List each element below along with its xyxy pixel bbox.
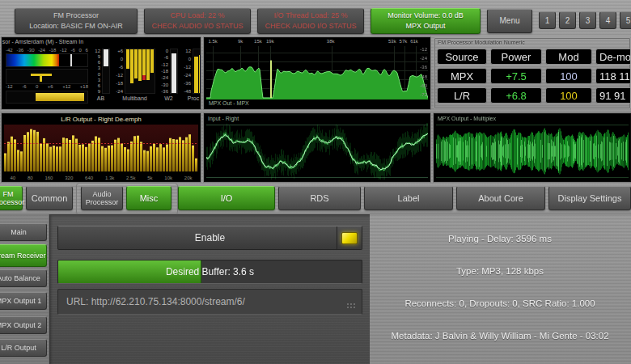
preset-button-4[interactable]: 4: [599, 11, 616, 29]
modulation-table: SourcePowerModDe-modMPX+7.5100118 118L/R…: [437, 49, 631, 104]
tab-io[interactable]: I/O: [178, 186, 275, 210]
stereo-balance-meter: [6, 69, 88, 84]
stream-url-value: URL: http://62.210.75.134:8000/stream/6/: [66, 296, 245, 307]
enable-button[interactable]: Enable: [57, 226, 362, 250]
tab-common[interactable]: Common: [26, 186, 73, 210]
input-spectrum-scale: -42-36-30-24-18-12-606: [6, 48, 88, 53]
sidebar-item-main[interactable]: Main: [0, 223, 47, 241]
processor-info-box[interactable]: FM Processor Location: BASIC FM ON-AIR: [15, 8, 138, 34]
tab-audio-processor[interactable]: Audio Processor: [81, 186, 123, 210]
mpx-scope-panel: MPX Output - Multiplex: [434, 113, 631, 182]
tab-about-core[interactable]: About Core: [456, 186, 545, 210]
modulation-numeric-panel: FM Processor Modulation Numeric SourcePo…: [434, 37, 631, 109]
meter-proc: 120-12-24-36-48Proc: [182, 49, 201, 101]
meter-multiband: +60-6-12-18-24Multiband: [114, 49, 155, 101]
enable-label: Enable: [195, 232, 225, 243]
status-line-4: Metadata: J Balvin & Willy William - Mi …: [371, 331, 629, 341]
cpu-load-value: CPU Load: 22 %: [145, 11, 250, 21]
status-line-3: Reconnects: 0, Dropouts: 0, SRC Ratio: 1…: [371, 298, 629, 308]
tab-fm-processor[interactable]: FM Processor: [0, 186, 23, 210]
status-line-1: Playing - Delay: 3596 ms: [371, 234, 629, 243]
sidebar-item-stream-receiver[interactable]: Stream Receiver: [0, 244, 47, 267]
preset-button-3[interactable]: 3: [579, 11, 596, 29]
meter-w2: 0-6-12-18-24-30-36W2: [159, 49, 178, 101]
input-scope-label: Input - Right: [208, 116, 239, 121]
enable-led-indicator: [341, 232, 358, 244]
lr-spectrum-canvas: [4, 125, 198, 171]
preset-buttons: 12345: [539, 11, 631, 29]
tab-misc[interactable]: Misc: [126, 186, 172, 210]
menu-button[interactable]: Menu: [487, 9, 532, 33]
input-scope-panel: Input - Right: [204, 113, 430, 182]
buffer-label: Desired Buffer: 3.6 s: [58, 260, 362, 283]
monitor-output-source: MPX Output: [371, 21, 480, 32]
lr-spectrum-title: L/R Output - Right De-emph: [2, 116, 200, 123]
sidebar-item-auto-balance[interactable]: Auto Balance: [0, 269, 47, 287]
input-spectrum-gradient-bar: [6, 53, 88, 67]
gradient-tick: [70, 54, 72, 66]
tab-label[interactable]: Label: [364, 186, 453, 210]
lr-frequency-labels: 40801603206401.3k2.5k5k10k20k: [4, 176, 198, 180]
io-thread-warning: CHECK AUDIO I/O STATUS: [258, 21, 363, 32]
level-scale: -12-60+6+12+18: [6, 84, 88, 90]
status-line-2: Type: MP3, 128 kbps: [371, 266, 629, 276]
cpu-load-warning: CHECK AUDIO I/O STATUS: [145, 21, 250, 32]
mpx-spectrum-label: MPX Out - MPX: [209, 100, 249, 106]
mpx-spectrum-canvas: [206, 46, 428, 99]
sidebar-item-mpx-output-2[interactable]: MPX Output 2: [0, 316, 47, 334]
mpx-spectrum-panel: 1.5k9k15k19k38k53k57k61k -12-24-36-48-60…: [204, 37, 430, 109]
vertical-meters: 129630369AB+60-6-12-18-24Multiband0-6-12…: [91, 49, 201, 101]
mpx-frequency-labels: 1.5k9k15k19k38k53k57k61k: [206, 38, 426, 44]
preset-button-1[interactable]: 1: [539, 11, 556, 29]
cpu-load-status[interactable]: CPU Load: 22 % CHECK AUDIO I/O STATUS: [144, 8, 251, 34]
stream-status-area: Playing - Delay: 3596 msType: MP3, 128 k…: [371, 214, 629, 364]
preset-button-5[interactable]: 5: [620, 11, 631, 29]
preset-button-2[interactable]: 2: [559, 11, 576, 29]
mpx-db-labels: -12-24-36-48-60-72: [420, 47, 427, 97]
stream-url-field[interactable]: URL: http://62.210.75.134:8000/stream/6/: [57, 289, 362, 315]
mpx-scope-label: MPX Output - Multiplex: [438, 116, 496, 121]
app-window: FM Processor Location: BASIC FM ON-AIR C…: [0, 0, 631, 364]
mpx-scope-canvas: [436, 123, 629, 180]
desired-buffer-slider[interactable]: Desired Buffer: 3.6 s: [57, 260, 362, 284]
meter-ab: 129630369AB: [91, 49, 110, 101]
monitor-volume-value: Monitor Volume: 0.0 dB: [371, 11, 480, 21]
level-bar-meter: [6, 91, 88, 104]
monitor-volume-button[interactable]: Monitor Volume: 0.0 dB MPX Output: [371, 8, 481, 34]
io-thread-value: I/O Thread Load: 25 %: [258, 11, 363, 21]
input-scope-canvas: [206, 123, 428, 180]
io-thread-status[interactable]: I/O Thread Load: 25 % CHECK AUDIO I/O ST…: [257, 8, 364, 34]
stream-receiver-panel: Enable Desired Buffer: 3.6 s URL: http:/…: [49, 214, 370, 364]
tab-rds[interactable]: RDS: [278, 186, 361, 210]
tab-display-settings[interactable]: Display Settings: [548, 186, 631, 210]
input-meter-panel: FM Processor - Amsterdam (M) - Stream In…: [2, 37, 201, 109]
lr-spectrum-panel: L/R Output - Right De-emph 4080160320640…: [2, 113, 201, 182]
enable-led-section: [337, 226, 362, 249]
resize-grip-icon: [347, 303, 357, 310]
modulation-table-title: FM Processor Modulation Numeric: [438, 40, 525, 45]
processor-location: Location: BASIC FM ON-AIR: [15, 21, 137, 32]
sidebar-item-mpx-output-1[interactable]: MPX Output 1: [0, 292, 47, 310]
input-meter-title: FM Processor - Amsterdam (M) - Stream In: [2, 39, 83, 44]
sidebar-item-l-r-output[interactable]: L/R Output: [0, 339, 47, 357]
processor-title: FM Processor: [15, 11, 137, 21]
